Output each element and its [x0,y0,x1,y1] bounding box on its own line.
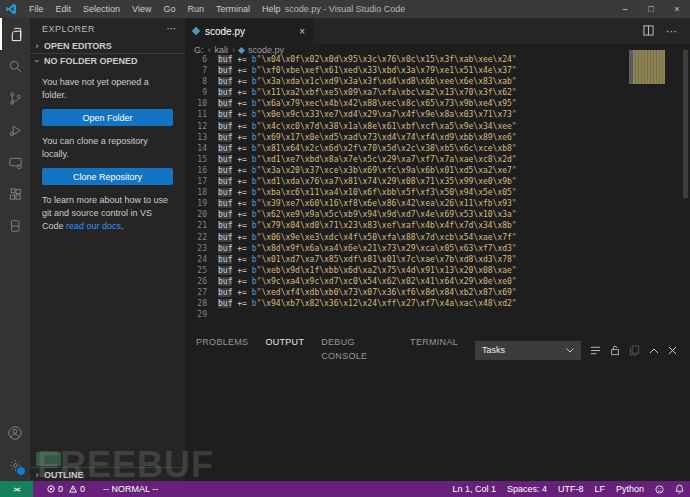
menu-run[interactable]: Run [181,0,210,18]
menu-selection[interactable]: Selection [77,0,126,18]
menu-go[interactable]: Go [157,0,181,18]
no-folder-body: You have not yet opened a folder. Open F… [30,68,185,233]
hex-string-token: \x0e\x9c\x33\xe7\xd4\x29\xa7\x4f\x9e\x8a… [261,110,511,119]
menu-edit[interactable]: Edit [50,0,78,18]
code-line: 29 [185,309,690,320]
activity-run-debug-button[interactable] [0,114,30,146]
close-window-button[interactable]: × [664,0,690,18]
activity-extensions-button[interactable] [0,178,30,210]
sidebar-title-row: EXPLORER ⋯ [30,18,185,39]
panel-tab-debug-console[interactable]: DEBUG CONSOLE [321,335,393,365]
line-number: 25 [185,265,207,276]
hex-string-token: \x4c\xc0\x7d\x38\x1a\x8e\x61\xbf\xcf\xa5… [261,122,511,131]
hex-string-token: \x94\xb7\x82\x36\x12\x24\xff\x27\xf7\x4a… [261,299,511,308]
code-line-text: buf += b"\xd1\xda\x76\xa7\x81\x74\x29\x0… [218,176,517,187]
operator-token: += [237,144,247,153]
remote-indicator[interactable]: >< [0,481,33,497]
code-line: 15buf += b"\xd1\xe7\xbd\x8a\x7e\x5c\x29\… [185,154,690,165]
activity-notebook-button[interactable] [0,210,30,242]
variable-token: buf [218,155,232,164]
settings-button[interactable] [0,449,30,481]
quote-token: " [512,88,517,97]
code-line-text: buf += b"\x04\x0f\x02\x0d\x95\x3c\x76\x0… [218,54,517,65]
error-icon [47,485,55,493]
problems-status[interactable]: 0 0 [47,484,85,494]
code-line: 18buf += b"\xba\xc6\x11\xa4\x10\x6f\xbb\… [185,187,690,198]
output-channel-dropdown[interactable]: Tasks [475,341,581,360]
activity-explorer-button[interactable] [0,18,30,50]
minimize-button[interactable]: – [612,0,638,18]
clone-repository-button[interactable]: Clone Repository [42,168,173,185]
line-number: 14 [185,143,207,154]
code-line-text: buf += b"\x79\x04\xd0\x71\x23\x83\xef\xa… [218,220,517,231]
quote-token: " [512,244,517,253]
close-panel-icon[interactable] [668,346,677,355]
code-line: 10buf += b"\x6a\x79\xec\x4b\x42\x88\xec\… [185,98,690,109]
language-mode[interactable]: Python [616,484,644,494]
read-our-docs-link[interactable]: read our docs [66,221,121,231]
menu-terminal[interactable]: Terminal [210,0,256,18]
tab-scode-py[interactable]: scode.py × [185,18,313,44]
quote-token: " [512,199,517,208]
editor-scrollbar[interactable] [683,50,688,198]
update-badge [16,466,26,476]
notifications-bell-icon[interactable] [675,484,684,494]
code-line: 9buf += b"\x11\xa2\xbf\xe5\x09\xa7\xfa\x… [185,87,690,98]
no-folder-section[interactable]: › NO FOLDER OPENED [30,54,185,68]
variable-token: buf [218,266,232,275]
eol-sequence[interactable]: LF [594,484,605,494]
code-line: 24buf += b"\x01\xd7\xa7\x85\xdf\x81\x01\… [185,254,690,265]
variable-token: buf [218,110,232,119]
panel-tab-problems[interactable]: PROBLEMS [196,335,248,365]
code-line: 17buf += b"\xd1\xda\x76\xa7\x81\x74\x29\… [185,176,690,187]
indentation[interactable]: Spaces: 4 [507,484,547,494]
menu-help[interactable]: Help [256,0,287,18]
operator-token: += [237,55,247,64]
git-docs-text: To learn more about how to use git and s… [42,194,173,233]
panel-tab-output[interactable]: OUTPUT [265,335,304,365]
open-folder-button[interactable]: Open Folder [42,109,173,126]
notebook-icon [8,219,22,233]
no-folder-label: NO FOLDER OPENED [44,56,138,66]
code-editor[interactable]: 6buf += b"\x04\x0f\x02\x0d\x95\x3c\x76\x… [185,54,690,338]
python-file-icon [238,46,245,53]
maximize-button[interactable]: □ [638,0,664,18]
line-number: 22 [185,232,207,243]
encoding[interactable]: UTF-8 [558,484,584,494]
window-controls: – □ × [612,0,690,18]
open-editors-section[interactable]: › OPEN EDITORS [30,39,185,53]
code-line-text: buf += b"\x81\x64\x2c\x6d\x2f\x70\x5d\x2… [218,143,517,154]
maximize-panel-icon[interactable] [649,347,659,354]
panel-tabs: PROBLEMSOUTPUTDEBUG CONSOLETERMINAL [196,335,458,365]
operator-token: += [237,244,247,253]
activity-source-control-button[interactable] [0,82,30,114]
menu-file[interactable]: File [23,0,50,18]
cursor-position[interactable]: Ln 1, Col 1 [452,484,496,494]
activity-search-button[interactable] [0,50,30,82]
operator-token: += [237,177,247,186]
sidebar-more-actions-icon[interactable]: ⋯ [167,23,178,34]
feedback-smiley-icon[interactable] [655,485,664,494]
explorer-sidebar: EXPLORER ⋯ › OPEN EDITORS › NO FOLDER OP… [30,18,185,481]
output-channel-value: Tasks [482,345,505,355]
vscode-logo-icon [5,3,17,15]
close-tab-icon[interactable]: × [299,26,305,37]
clear-output-icon[interactable] [590,345,601,356]
editor-more-actions-icon[interactable]: ⋯ [666,25,678,38]
minimap[interactable] [633,50,665,84]
activity-remote-explorer-button[interactable] [0,146,30,178]
code-line: 27buf += b"\xed\xf4\xdb\xb0\x73\x07\x36\… [185,287,690,298]
panel-tab-terminal[interactable]: TERMINAL [410,335,458,365]
operator-token: += [237,110,247,119]
hex-string-token: \x06\x9e\xe3\xdc\x4f\x50\xfa\x88\x7d\xcb… [261,233,511,242]
account-button[interactable] [0,417,30,449]
chevron-right-icon: › [33,41,41,51]
menu-view[interactable]: View [126,0,157,18]
quote-token: " [512,144,517,153]
vim-mode-indicator[interactable]: -- NORMAL -- [103,484,158,494]
clone-hint-text: You can clone a repository locally. [42,135,173,161]
quote-token: " [512,122,517,131]
unlock-icon[interactable] [610,345,620,356]
split-editor-icon[interactable] [643,22,654,40]
operator-token: += [237,122,247,131]
